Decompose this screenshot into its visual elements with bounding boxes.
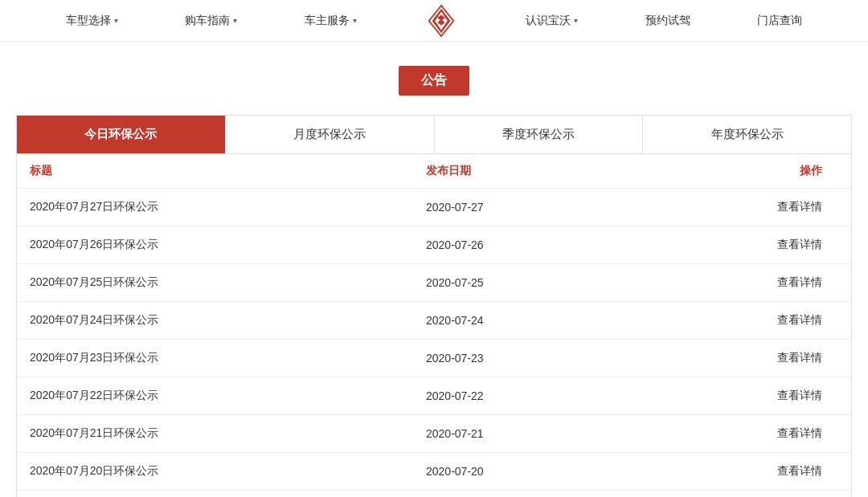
tab-yearly[interactable]: 年度环保公示 [643, 116, 851, 153]
tabs-container: 今日环保公示 月度环保公示 季度环保公示 年度环保公示 [16, 115, 852, 154]
table-row: 2020年07月19日环保公示 2020-07-19 查看详情 [17, 491, 851, 497]
row-date: 2020-07-25 [426, 276, 624, 289]
view-detail-link[interactable]: 查看详情 [777, 200, 822, 213]
table-rows: 2020年07月27日环保公示 2020-07-27 查看详情 2020年07月… [17, 189, 851, 497]
table-row: 2020年07月27日环保公示 2020-07-27 查看详情 [17, 189, 851, 226]
row-action[interactable]: 查看详情 [624, 238, 839, 252]
view-detail-link[interactable]: 查看详情 [777, 351, 822, 364]
view-detail-link[interactable]: 查看详情 [777, 313, 822, 326]
nav-label: 车型选择 [66, 14, 111, 28]
header-action: 操作 [624, 164, 839, 178]
view-detail-link[interactable]: 查看详情 [777, 464, 822, 477]
brand-logo[interactable] [411, 4, 472, 38]
row-title: 2020年07月24日环保公示 [30, 313, 426, 328]
nav-item-purchase-guide[interactable]: 购车指南 ▾ [172, 0, 250, 42]
row-date: 2020-07-23 [426, 352, 624, 365]
chevron-down-icon: ▾ [233, 16, 237, 25]
nav-item-vehicle-selection[interactable]: 车型选择 ▾ [53, 0, 131, 42]
chevron-down-icon: ▾ [353, 16, 357, 25]
nav-label: 认识宝沃 [526, 14, 571, 28]
row-date: 2020-07-26 [426, 238, 624, 251]
table-row: 2020年07月26日环保公示 2020-07-26 查看详情 [17, 226, 851, 264]
table-row: 2020年07月23日环保公示 2020-07-23 查看详情 [17, 340, 851, 377]
nav-items: 车型选择 ▾ 购车指南 ▾ 车主服务 ▾ 认识宝沃 ▾ [32, 0, 836, 42]
row-date: 2020-07-24 [426, 314, 624, 327]
row-action[interactable]: 查看详情 [624, 426, 839, 441]
page-content: 公告 今日环保公示 月度环保公示 季度环保公示 年度环保公示 标题 发布日期 操… [0, 42, 868, 497]
header-title: 标题 [30, 164, 426, 178]
row-action[interactable]: 查看详情 [624, 464, 839, 479]
row-title: 2020年07月26日环保公示 [30, 238, 426, 252]
table-row: 2020年07月21日环保公示 2020-07-21 查看详情 [17, 415, 851, 453]
row-date: 2020-07-21 [426, 427, 624, 440]
table-row: 2020年07月22日环保公示 2020-07-22 查看详情 [17, 377, 851, 415]
row-date: 2020-07-20 [426, 465, 624, 478]
table-row: 2020年07月20日环保公示 2020-07-20 查看详情 [17, 453, 851, 491]
row-date: 2020-07-27 [426, 201, 624, 214]
row-title: 2020年07月27日环保公示 [30, 200, 426, 214]
header-date: 发布日期 [426, 164, 624, 178]
chevron-down-icon: ▾ [574, 16, 578, 25]
tab-quarterly[interactable]: 季度环保公示 [435, 116, 644, 153]
row-action[interactable]: 查看详情 [624, 275, 839, 290]
nav-item-test-drive[interactable]: 预约试驾 [633, 0, 703, 42]
tab-today[interactable]: 今日环保公示 [17, 116, 226, 153]
nav-label: 门店查询 [757, 14, 802, 28]
row-title: 2020年07月23日环保公示 [30, 351, 426, 365]
row-title: 2020年07月21日环保公示 [30, 426, 426, 441]
navigation: 车型选择 ▾ 购车指南 ▾ 车主服务 ▾ 认识宝沃 ▾ [0, 0, 868, 42]
view-detail-link[interactable]: 查看详情 [777, 238, 822, 251]
row-title: 2020年07月20日环保公示 [30, 464, 426, 479]
row-title: 2020年07月25日环保公示 [30, 275, 426, 290]
nav-label: 购车指南 [185, 14, 230, 28]
nav-label: 预约试驾 [645, 14, 690, 28]
nav-item-owner-service[interactable]: 车主服务 ▾ [292, 0, 370, 42]
nav-label: 车主服务 [305, 14, 350, 28]
table-row: 2020年07月24日环保公示 2020-07-24 查看详情 [17, 302, 851, 340]
tab-monthly[interactable]: 月度环保公示 [226, 116, 435, 153]
view-detail-link[interactable]: 查看详情 [777, 389, 822, 401]
table-row: 2020年07月25日环保公示 2020-07-25 查看详情 [17, 264, 851, 302]
chevron-down-icon: ▾ [114, 16, 118, 25]
announcement-badge[interactable]: 公告 [399, 66, 469, 96]
nav-item-about[interactable]: 认识宝沃 ▾ [513, 0, 591, 42]
view-detail-link[interactable]: 查看详情 [777, 275, 822, 288]
row-date: 2020-07-22 [426, 389, 624, 402]
row-title: 2020年07月22日环保公示 [30, 389, 426, 403]
row-action[interactable]: 查看详情 [624, 351, 839, 365]
row-action[interactable]: 查看详情 [624, 313, 839, 328]
row-action[interactable]: 查看详情 [624, 200, 839, 214]
view-detail-link[interactable]: 查看详情 [777, 426, 822, 439]
nav-item-dealer[interactable]: 门店查询 [744, 0, 815, 42]
table-area: 标题 发布日期 操作 2020年07月27日环保公示 2020-07-27 查看… [16, 154, 852, 497]
announcement-badge-container: 公告 [16, 66, 852, 96]
table-header: 标题 发布日期 操作 [17, 154, 851, 189]
row-action[interactable]: 查看详情 [624, 389, 839, 403]
